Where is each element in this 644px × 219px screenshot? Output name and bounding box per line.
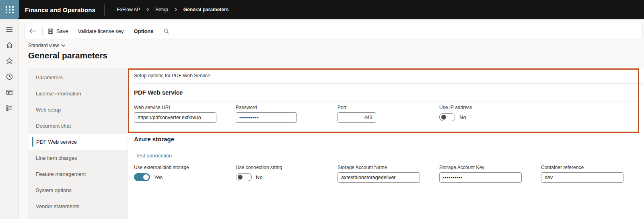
home-icon [6, 41, 13, 49]
tab-pdf-web-service[interactable]: PDF Web service [29, 134, 128, 150]
star-icon [6, 57, 13, 65]
pdf-web-service-fields: Web service URL Password Port Use IP add… [128, 101, 644, 123]
home-button[interactable] [2, 38, 16, 52]
tab-license-information[interactable]: License information [28, 85, 128, 101]
hamburger-icon [6, 26, 13, 33]
port-input[interactable] [337, 112, 376, 123]
left-nav-rail [0, 19, 19, 219]
tab-label: Parameters [36, 74, 63, 81]
container-reference-field: Container reference [541, 165, 643, 183]
use-connection-string-field: Use connection string No [236, 165, 337, 183]
toggle-knob [143, 174, 149, 180]
password-field: Password [236, 105, 337, 123]
action-toolbar: Save Validate license key Options [24, 23, 643, 39]
use-ip-address-field: Use IP address No [439, 105, 541, 123]
use-external-blob-value: Yes [154, 174, 163, 180]
use-ip-address-value: No [459, 114, 466, 120]
port-label: Port [337, 105, 439, 110]
page-title: General parameters [28, 51, 107, 60]
setup-options-caption: Setup options for PDF Web Service [128, 68, 644, 83]
use-ip-address-label: Use IP address [439, 105, 541, 110]
tab-label: Web setup [36, 107, 61, 113]
task-list-icon [6, 104, 13, 112]
web-service-url-input[interactable] [134, 112, 216, 123]
toggle-knob [238, 175, 243, 180]
use-external-blob-field: Use external blob storage Yes [134, 165, 236, 183]
storage-account-name-field: Storage Account Name [337, 165, 439, 183]
expand-menu-button[interactable] [2, 23, 16, 36]
back-arrow-icon [29, 28, 37, 34]
save-floppy-icon [47, 28, 53, 34]
toolbar-search-button[interactable] [158, 23, 174, 39]
pdf-web-service-heading: PDF Web service [128, 84, 644, 101]
use-connection-string-toggle[interactable] [236, 173, 252, 181]
breadcrumb-module[interactable]: ExFlow AP [117, 7, 140, 12]
tab-feature-management[interactable]: Feature management [28, 166, 128, 182]
use-external-blob-label: Use external blob storage [134, 165, 236, 170]
tab-label: Vendor statements [36, 203, 79, 209]
azure-toolbar: Test connection [128, 148, 644, 160]
tab-parameters[interactable]: Parameters [28, 69, 128, 85]
tab-web-setup[interactable]: Web setup [28, 101, 128, 118]
view-selector[interactable]: Standard view [28, 43, 66, 48]
test-connection-link[interactable]: Test connection [136, 153, 172, 159]
form-window-icon [6, 89, 13, 96]
container-reference-input[interactable] [541, 172, 623, 183]
tab-label: PDF Web service [36, 139, 77, 145]
selected-tab-indicator [32, 137, 33, 147]
app-title[interactable]: Finance and Operations [25, 6, 95, 13]
toggle-knob [441, 115, 446, 120]
workspaces-button[interactable] [2, 85, 16, 99]
main-content: Setup options for PDF Web Service PDF We… [128, 68, 644, 219]
breadcrumb-page[interactable]: General parameters [183, 7, 229, 12]
azure-storage-heading: Azure storage [128, 133, 644, 148]
storage-account-key-label: Storage Account Key [439, 165, 541, 170]
save-button[interactable]: Save [43, 23, 73, 39]
tab-system-options[interactable]: System options [28, 182, 128, 198]
tab-label: License information [36, 91, 81, 97]
options-menu-button[interactable]: Options [129, 23, 158, 39]
options-menu-label: Options [134, 28, 154, 34]
validate-license-key-button[interactable]: Validate license key [73, 23, 129, 39]
chevron-right-icon [146, 8, 150, 12]
tab-label: Line item charges [36, 155, 77, 161]
top-app-bar: Finance and Operations ExFlow AP Setup G… [0, 0, 644, 19]
waffle-icon [6, 6, 14, 13]
chevron-down-icon [61, 44, 66, 47]
storage-account-name-input[interactable] [337, 172, 420, 183]
app-launcher-button[interactable] [0, 0, 19, 19]
tab-vendor-statements[interactable]: Vendor statements [28, 198, 128, 214]
use-ip-address-toggle[interactable] [439, 113, 455, 121]
topbar-divider [104, 4, 105, 16]
validate-license-key-label: Validate license key [78, 28, 124, 34]
storage-account-key-field: Storage Account Key [439, 165, 541, 183]
breadcrumb-area[interactable]: Setup [155, 7, 168, 12]
tab-label: Document chat [36, 123, 71, 129]
storage-account-name-label: Storage Account Name [337, 165, 439, 170]
recent-button[interactable] [2, 70, 16, 83]
use-external-blob-toggle[interactable] [134, 173, 150, 181]
back-button[interactable] [25, 23, 42, 39]
azure-storage-fields: Use external blob storage Yes Use connec… [128, 160, 644, 183]
tab-label: Feature management [36, 171, 86, 177]
clock-icon [6, 73, 13, 81]
modules-button[interactable] [2, 101, 16, 115]
password-input[interactable] [236, 112, 297, 123]
favorites-button[interactable] [2, 54, 16, 68]
tab-line-item-charges[interactable]: Line item charges [28, 150, 128, 166]
save-button-label: Save [56, 28, 68, 34]
breadcrumb: ExFlow AP Setup General parameters [117, 7, 228, 12]
search-icon [163, 28, 169, 34]
storage-account-key-input[interactable] [439, 172, 522, 183]
tab-label: System options [36, 187, 72, 193]
password-label: Password [236, 105, 337, 110]
use-connection-string-value: No [256, 174, 263, 180]
container-reference-label: Container reference [541, 165, 643, 170]
tab-document-chat[interactable]: Document chat [28, 118, 128, 134]
spacer [128, 123, 644, 133]
web-service-url-label: Web service URL [134, 105, 236, 110]
chevron-right-icon [174, 8, 178, 12]
parameters-tab-menu: Parameters License information Web setup… [28, 68, 128, 219]
use-connection-string-label: Use connection string [236, 165, 337, 170]
port-field: Port [337, 105, 439, 123]
